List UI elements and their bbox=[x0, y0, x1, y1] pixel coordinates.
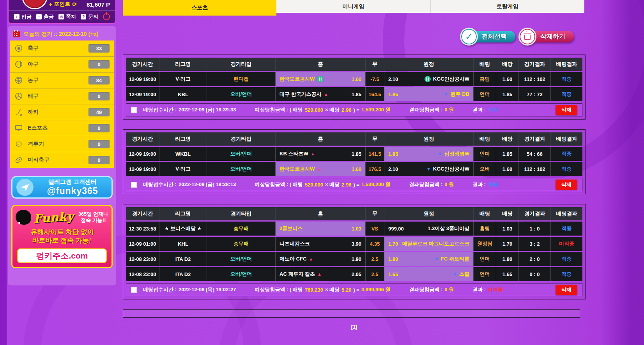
up-arrow-icon: ▲ bbox=[317, 167, 321, 171]
background-edge-band bbox=[601, 0, 644, 345]
odds-value: 5.20 bbox=[341, 287, 351, 293]
up-arrow-icon: ▲ bbox=[311, 151, 315, 156]
bet-time-group: 배팅접수시간 : 2022-12-09 [금] 18:38:13 bbox=[143, 181, 236, 188]
away-team: ▼스팔 bbox=[453, 271, 469, 278]
home-team: 제노아 CFC▲ bbox=[280, 255, 313, 262]
away-team: 1.3이상 3폴더이상 bbox=[428, 225, 469, 232]
sidebar-item-fighting[interactable]: 격투기 0 bbox=[10, 136, 114, 152]
cell-draw: 4.35 bbox=[366, 237, 384, 251]
telegram-banner[interactable]: 텔레그램 고객센터 @funky365 bbox=[11, 176, 113, 199]
telegram-icon bbox=[16, 179, 34, 196]
away-team-name: KGC인삼공사W bbox=[433, 165, 469, 172]
funky-ad-url[interactable]: 펑키주소.com bbox=[17, 248, 107, 263]
power-icon[interactable] bbox=[103, 13, 110, 20]
funky-ad-claim-line1: 365일 언제나 bbox=[78, 211, 108, 217]
cell-game-type: 승무패 bbox=[207, 237, 276, 251]
result-amount-label: 결과당첨금액 : bbox=[409, 106, 442, 113]
sidebar-item-hockey[interactable]: 하키 49 bbox=[10, 104, 114, 120]
minus-icon: − bbox=[36, 14, 42, 19]
sidebar-item-basketball[interactable]: 농구 84 bbox=[10, 72, 114, 88]
home-odds: 1.03 bbox=[352, 226, 361, 232]
american-football-icon bbox=[14, 156, 23, 164]
menu-item-message[interactable]: ✉ 쪽지 bbox=[58, 13, 76, 20]
delete-all-button[interactable]: 삭제하기 bbox=[527, 30, 574, 43]
category-count-badge: 0 bbox=[88, 92, 110, 100]
menu-item-deposit[interactable]: + 입금 bbox=[14, 13, 32, 20]
bulk-actions: ✓ 전체선택 삭제하기 bbox=[123, 30, 574, 43]
expected-win-group: 예상당첨금액 : ( 배팅 520,000 × 배당 2.96 ) = 1,53… bbox=[255, 181, 390, 188]
row-checkbox[interactable] bbox=[131, 182, 137, 188]
home-team-name: 제노아 CFC bbox=[280, 255, 306, 262]
cell-game-type: 오버/언더 bbox=[207, 162, 276, 176]
home-team: 대구 한국가스공사▲ bbox=[280, 91, 328, 98]
col-result: 경기결과 bbox=[519, 132, 551, 146]
category-label: 미식축구 bbox=[28, 157, 50, 164]
category-label: 야구 bbox=[28, 61, 39, 68]
home-team-name: AC 페루자 칼초 bbox=[280, 271, 315, 278]
funky-ad-banner[interactable]: Funky 365일 언제나 접속 가능!! 유해사이트 차단 없이 바로바로 … bbox=[11, 205, 113, 268]
sidebar-panel: 오늘의 경기 :: 2022-12-10 (+α) 축구 33 야구 0 농구 … bbox=[8, 26, 116, 285]
table-row: 12-09 01:00 KHL 승무패 니즈네캄스크 3.90 4.35 1.7… bbox=[126, 237, 582, 251]
sidebar-item-esports[interactable]: E스포츠 0 bbox=[10, 120, 114, 136]
col-odds: 배당 bbox=[496, 207, 519, 220]
cell-draw: 2.5 bbox=[366, 267, 384, 281]
delete-bet-button[interactable]: 삭제 bbox=[556, 285, 577, 295]
funky-brand: Funky bbox=[33, 209, 74, 225]
col-result: 경기결과 bbox=[519, 58, 551, 71]
cell-time: 12-08 23:00 bbox=[126, 267, 159, 281]
category-label: 격투기 bbox=[28, 141, 44, 148]
esports-icon bbox=[14, 124, 23, 132]
cell-pay-odds: 1.85 bbox=[496, 87, 519, 101]
cell-draw: 164.5 bbox=[366, 87, 384, 101]
sidebar: ♦ 포인트 ⟳ 81,607 P + 입금 − 출금 ✉ 쪽지 ? 문의 bbox=[8, 0, 116, 285]
pagination-page-1[interactable]: [1] bbox=[123, 324, 586, 330]
cell-time: 12-09 19:00 bbox=[126, 87, 159, 101]
down-arrow-icon: ▼ bbox=[453, 272, 457, 276]
menu-item-inquiry[interactable]: ? 문의 bbox=[81, 13, 98, 20]
sidebar-item-baseball[interactable]: 야구 0 bbox=[10, 56, 114, 72]
win-amount: 1,539,200 원 bbox=[361, 106, 390, 113]
row-checkbox[interactable] bbox=[131, 107, 137, 113]
cell-league: ITA D2 bbox=[159, 267, 207, 281]
col-odds: 배당 bbox=[496, 132, 519, 146]
today-games-label: 오늘의 경기 :: 2022-12-10 (+α) bbox=[23, 31, 99, 38]
menu-item-withdraw[interactable]: − 출금 bbox=[36, 13, 54, 20]
funky-ad-message: 유해사이트 차단 없이 바로바로 접속 가능! bbox=[15, 228, 109, 245]
col-home: 홈 bbox=[276, 132, 366, 146]
menu-label: 문의 bbox=[88, 13, 98, 20]
row-checkbox[interactable] bbox=[131, 287, 137, 293]
cell-league: KBL bbox=[159, 87, 207, 101]
diamond-icon: ♦ bbox=[49, 1, 52, 7]
away-odds: 1.85 bbox=[388, 92, 398, 97]
cell-home: 3폴보너스 1.03 bbox=[276, 222, 366, 236]
cell-away: 1.80 ▼FC 쥐트티롤 bbox=[384, 252, 474, 266]
sidebar-item-volleyball[interactable]: 배구 0 bbox=[10, 88, 114, 104]
tab-sports[interactable]: 스포츠 bbox=[123, 0, 276, 16]
col-league: 리그명 bbox=[159, 132, 207, 146]
col-bet-result: 배팅결과 bbox=[551, 132, 582, 146]
category-label: 축구 bbox=[28, 45, 39, 52]
col-bet-result: 배팅결과 bbox=[551, 207, 582, 220]
bet-time-label: 배팅접수시간 : bbox=[143, 181, 177, 188]
check-icon: ✓ bbox=[460, 28, 478, 46]
home-team: 니즈네캄스크 bbox=[280, 240, 310, 247]
home-team: KB 스타즈W▲ bbox=[280, 150, 315, 157]
cell-score: 77 : 72 bbox=[519, 87, 551, 101]
cell-score: 2 : 0 bbox=[519, 252, 551, 266]
telegram-text: 텔레그램 고객센터 @funky365 bbox=[37, 178, 108, 196]
cell-pay-odds: 1.65 bbox=[496, 267, 519, 281]
select-all-button[interactable]: ✓ 전체선택 bbox=[469, 30, 515, 43]
delete-bet-button[interactable]: 삭제 bbox=[556, 180, 577, 190]
sidebar-item-soccer[interactable]: 축구 33 bbox=[10, 40, 114, 56]
cell-bet-pick: 언더 bbox=[474, 252, 496, 266]
refresh-icon[interactable]: ⟳ bbox=[72, 1, 77, 7]
delete-bet-button[interactable]: 삭제 bbox=[556, 105, 577, 115]
away-odds: 1.80 bbox=[388, 256, 398, 262]
tab-totalgame[interactable]: 토탈게임 bbox=[431, 0, 584, 13]
bet-time-value: 2022-12-08 [목] 19:02:27 bbox=[179, 286, 236, 293]
tab-minigame[interactable]: 미니게임 bbox=[276, 0, 430, 13]
funky-ad-message-line2: 바로바로 접속 가능! bbox=[15, 236, 108, 245]
sidebar-item-football[interactable]: 미식축구 0 bbox=[10, 152, 114, 168]
outcome-value: 적중 bbox=[488, 106, 498, 113]
check-glyph: ✓ bbox=[465, 31, 473, 42]
